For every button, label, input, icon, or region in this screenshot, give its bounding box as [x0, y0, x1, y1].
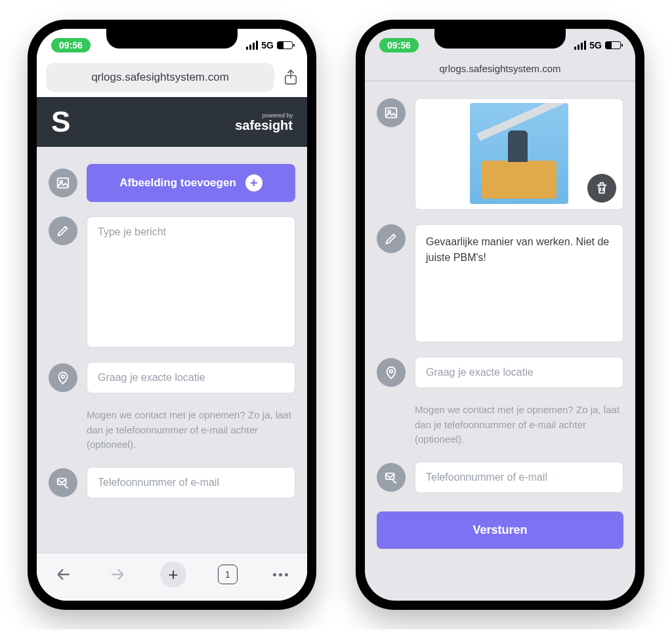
battery-icon	[605, 41, 621, 49]
notch	[106, 29, 238, 49]
phone-left: 09:56 5G qrlogs.safesightsystem.com S po…	[28, 20, 316, 610]
signal-icon	[574, 41, 586, 50]
svg-point-7	[390, 370, 393, 373]
url-field[interactable]: qrlogs.safesightsystem.com	[365, 58, 635, 81]
pencil-icon	[377, 224, 406, 253]
location-input[interactable]: Graag je exacte locatie	[87, 362, 295, 393]
app-logo: S	[51, 108, 70, 136]
tabs-button[interactable]: 1	[218, 565, 238, 584]
signal-icon	[246, 41, 258, 50]
svg-rect-5	[386, 108, 397, 118]
contact-icon	[377, 463, 406, 492]
phone-right: 09:56 5G qrlogs.safesightsystem.com	[356, 20, 644, 610]
status-time: 09:56	[379, 38, 419, 52]
location-icon	[49, 363, 77, 392]
plus-icon: +	[245, 174, 262, 191]
submit-button[interactable]: Versturen	[377, 511, 623, 549]
app-header: S powered by safesight	[37, 97, 307, 147]
location-icon	[377, 358, 406, 387]
svg-point-3	[62, 375, 65, 378]
back-button[interactable]	[52, 563, 75, 586]
message-input[interactable]: Type je bericht	[87, 216, 295, 348]
contact-hint: Mogen we contact met je opnemen? Zo ja, …	[415, 403, 623, 447]
network-label: 5G	[589, 40, 602, 50]
new-tab-button[interactable]: +	[160, 561, 186, 588]
pencil-icon	[49, 216, 77, 245]
powered-by: powered by safesight	[235, 112, 293, 132]
contact-input[interactable]: Telefoonnummer of e-mail	[415, 462, 623, 493]
contact-input[interactable]: Telefoonnummer of e-mail	[87, 467, 295, 498]
uploaded-image-thumbnail[interactable]	[470, 103, 568, 204]
url-field[interactable]: qrlogs.safesightsystem.com	[46, 63, 274, 92]
add-image-button[interactable]: Afbeelding toevoegen +	[87, 164, 295, 202]
message-input[interactable]: Gevaarlijke manier van werken. Niet de j…	[415, 224, 623, 342]
forward-button[interactable]	[106, 563, 129, 586]
delete-image-button[interactable]	[587, 174, 616, 203]
contact-hint: Mogen we contact met je opnemen? Zo ja, …	[87, 408, 295, 452]
share-icon[interactable]	[284, 69, 298, 86]
network-label: 5G	[261, 40, 274, 50]
svg-rect-8	[386, 473, 394, 479]
svg-rect-4	[58, 478, 66, 484]
menu-button[interactable]	[269, 563, 291, 586]
contact-icon	[49, 468, 77, 497]
battery-icon	[277, 41, 293, 49]
svg-rect-1	[58, 178, 69, 188]
notch	[434, 29, 566, 49]
image-icon	[377, 98, 406, 127]
browser-address-bar: qrlogs.safesightsystem.com	[37, 58, 307, 97]
add-image-label: Afbeelding toevoegen	[119, 176, 236, 190]
status-time: 09:56	[51, 38, 91, 52]
browser-toolbar: + 1	[37, 553, 307, 601]
image-icon	[49, 169, 77, 197]
location-input[interactable]: Graag je exacte locatie	[415, 357, 623, 388]
uploaded-image-card	[415, 98, 623, 210]
